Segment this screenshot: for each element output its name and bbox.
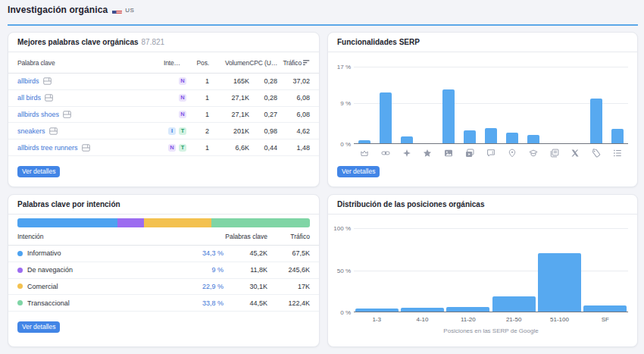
volume-cell: 165K: [209, 77, 249, 85]
news-icon[interactable]: [544, 149, 565, 158]
intent-segment-de-navegación[interactable]: [117, 218, 144, 227]
intent-segment-transaccional[interactable]: [211, 218, 310, 227]
bar-slot-map-pin: [502, 133, 523, 143]
positions-panel-header: Distribución de las posiciones orgánicas: [328, 195, 637, 215]
cpc-cell: 0,44: [249, 144, 277, 152]
bar-sparkle[interactable]: [401, 136, 413, 143]
intent-name: Comercial: [27, 283, 58, 290]
column-header-position: Pos.: [186, 59, 209, 67]
tag-icon[interactable]: [586, 149, 607, 158]
intent-percent-link[interactable]: 34,3 %: [202, 249, 224, 257]
serp-snapshot-icon[interactable]: [45, 94, 53, 102]
positions-chart-plot-area: [354, 228, 628, 312]
bar-slot-video: [459, 130, 480, 143]
video-icon[interactable]: [459, 149, 480, 158]
intent-percent-cell: 34,3 %: [177, 249, 224, 257]
traffic-cell: 6,08: [277, 94, 310, 102]
organic-research-page: Investigación orgánica US Mejores palabr…: [0, 0, 644, 347]
x-axis-label: 11-20: [445, 316, 491, 323]
cpc-cell: 0,98: [249, 127, 277, 135]
intent-percent-cell: 22,9 %: [177, 283, 224, 290]
bar-map-pin[interactable]: [506, 133, 518, 143]
intent-panel-title: Palabras clave por intención: [17, 200, 120, 208]
graduation-cap-icon[interactable]: [523, 149, 544, 158]
keyword-cell: allbirds: [17, 77, 164, 85]
bar-graduation-cap[interactable]: [527, 135, 539, 143]
intent-table-row: Transaccional33,8 %44,5K122,4K: [8, 295, 319, 312]
bar-slot-list: [607, 129, 628, 143]
serp-snapshot-icon[interactable]: [63, 111, 71, 118]
bar-4-10[interactable]: [401, 308, 444, 312]
serp-snapshot-icon[interactable]: [49, 127, 58, 135]
top-keywords-details-button[interactable]: Ver detalles: [17, 166, 60, 177]
keyword-link[interactable]: allbirds: [17, 77, 39, 85]
intent-details-button[interactable]: Ver detalles: [17, 321, 60, 333]
x-axis-label: 21-50: [491, 316, 536, 323]
keyword-link[interactable]: allbirds shoes: [17, 111, 59, 118]
sparkle-icon[interactable]: [396, 149, 417, 158]
page-title: Investigación orgánica: [8, 5, 108, 15]
intent-segment-informativo[interactable]: [17, 218, 117, 227]
keyword-link[interactable]: all birds: [17, 94, 41, 102]
serp-snapshot-icon[interactable]: [43, 77, 52, 85]
intent-name-cell: Informativo: [17, 249, 177, 257]
crown-icon[interactable]: [354, 149, 375, 158]
serp-features-panel-title: Funcionalidades SERP: [337, 38, 420, 46]
bar-11-20[interactable]: [446, 307, 489, 312]
intent-name-cell: Comercial: [17, 283, 177, 290]
keyword-cell: allbirds tree runners: [17, 144, 164, 152]
intent-traffic-cell: 67,5K: [267, 249, 310, 257]
bar-image[interactable]: [442, 89, 455, 143]
star-icon[interactable]: [417, 149, 439, 158]
serp-features-details-button[interactable]: Ver detalles: [337, 166, 380, 177]
comment-icon[interactable]: [480, 149, 502, 158]
page-header: Investigación orgánica US: [8, 0, 638, 26]
position-cell: 2: [186, 127, 209, 135]
keyword-table-row: allbirds shoesN127,1K0,276,08: [8, 107, 319, 124]
bar-51-100[interactable]: [538, 253, 581, 312]
bar-link[interactable]: [380, 92, 392, 143]
top-keywords-count: 87.821: [142, 38, 165, 46]
intent-keywords-cell: 11,8K: [224, 266, 267, 274]
bar-list[interactable]: [611, 129, 624, 143]
volume-cell: 201K: [209, 127, 249, 135]
bar-crown[interactable]: [358, 140, 370, 143]
top-keywords-panel-title: Mejores palabras clave orgánicas: [17, 38, 139, 46]
bar-21-50[interactable]: [492, 296, 536, 312]
position-cell: 1: [186, 77, 209, 85]
image-icon[interactable]: [438, 149, 459, 158]
intent-segment-comercial[interactable]: [144, 218, 211, 227]
bar-1-3[interactable]: [355, 309, 399, 312]
intent-percent-cell: 9 %: [177, 266, 224, 274]
bar-slot-comment: [480, 128, 502, 143]
panel-positions-distribution: Distribución de las posiciones orgánicas…: [327, 194, 638, 347]
link-icon[interactable]: [375, 149, 396, 158]
bar-slot-1-3: [354, 309, 399, 312]
bar-comment[interactable]: [485, 128, 497, 143]
intent-percent-link[interactable]: 33,8 %: [202, 299, 224, 307]
bar-tag[interactable]: [590, 99, 602, 143]
column-header-traffic[interactable]: Tráfico: [277, 59, 310, 67]
intent-badge-t: T: [179, 127, 186, 135]
map-pin-icon[interactable]: [502, 149, 523, 158]
keyword-table-row: allbirdsN1165K0,2837,02: [8, 74, 319, 90]
y-axis-tick-label: 50 %: [337, 267, 351, 274]
keyword-link[interactable]: allbirds tree runners: [17, 144, 78, 152]
column-header-intent-traffic: Tráfico: [267, 233, 310, 240]
intent-badges-cell: IT: [164, 127, 186, 135]
intent-percent-link[interactable]: 22,9 %: [202, 283, 224, 290]
list-icon[interactable]: [607, 149, 628, 158]
intent-percent-link[interactable]: 9 %: [211, 266, 224, 274]
x-twitter-icon[interactable]: [564, 149, 586, 158]
bar-slot-image: [438, 89, 459, 143]
serp-features-panel-header: Funcionalidades SERP: [328, 33, 637, 52]
keyword-cell: all birds: [17, 94, 164, 102]
positions-chart-y-axis: 0 %50 %100 %: [337, 228, 354, 312]
bar-video[interactable]: [464, 130, 476, 143]
serp-snapshot-icon[interactable]: [82, 144, 90, 152]
keyword-link[interactable]: sneakers: [17, 127, 45, 135]
intent-badge-n: N: [168, 144, 176, 152]
bar-slot-sparkle: [396, 136, 417, 143]
bar-SF[interactable]: [583, 305, 627, 312]
intent-badge-t: T: [179, 144, 186, 152]
